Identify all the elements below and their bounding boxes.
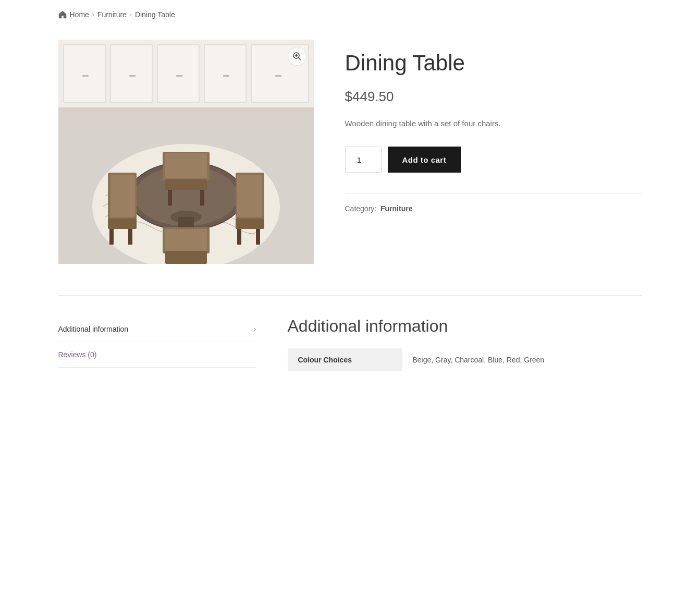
zoom-icon[interactable] (288, 47, 306, 66)
svg-rect-23 (168, 190, 172, 205)
svg-rect-22 (165, 179, 207, 190)
svg-rect-33 (109, 229, 114, 245)
product-section: Dining Table $449.50 Wooden dining table… (58, 40, 642, 264)
svg-rect-27 (236, 219, 264, 229)
additional-info-content: Additional information Colour Choices Be… (288, 317, 642, 371)
tabs-sidebar: Additional information › Reviews (0) (58, 317, 256, 371)
svg-rect-5 (204, 45, 246, 102)
quantity-input[interactable] (345, 147, 382, 173)
tab-additional-info[interactable]: Additional information › (58, 317, 256, 342)
table-row: Colour Choices Beige, Gray, Charcoal, Bl… (288, 348, 642, 371)
svg-rect-2 (64, 45, 105, 102)
additional-info-title: Additional information (288, 317, 642, 336)
category-link[interactable]: Furniture (380, 204, 412, 213)
tab-reviews[interactable]: Reviews (0) (58, 342, 256, 368)
product-divider (345, 193, 642, 194)
svg-rect-28 (237, 229, 241, 245)
breadcrumb-category[interactable]: Furniture (97, 10, 127, 19)
breadcrumb: Home › Furniture › Dining Table (58, 10, 642, 19)
tab-reviews-label: Reviews (0) (58, 350, 97, 359)
svg-rect-37 (165, 251, 207, 264)
svg-rect-12 (58, 107, 314, 112)
category-label: Category: (345, 204, 377, 213)
svg-rect-11 (275, 75, 281, 77)
add-to-cart-row: Add to cart (345, 147, 642, 173)
breadcrumb-current: Dining Table (135, 10, 175, 19)
attr-name-colour: Colour Choices (288, 348, 402, 371)
svg-rect-8 (129, 75, 136, 77)
product-image (58, 40, 314, 264)
svg-rect-4 (157, 45, 199, 102)
product-description: Wooden dining table with a set of four c… (345, 117, 642, 130)
product-category: Category: Furniture (345, 204, 642, 213)
svg-rect-24 (200, 190, 204, 205)
svg-line-39 (298, 58, 301, 60)
svg-rect-32 (108, 219, 137, 229)
product-image-wrapper (58, 40, 314, 264)
tab-additional-info-arrow: › (254, 325, 256, 333)
tab-additional-info-label: Additional information (58, 325, 129, 333)
svg-rect-29 (256, 229, 260, 245)
product-title: Dining Table (345, 50, 642, 76)
breadcrumb-sep-2: › (130, 11, 132, 18)
product-price: $449.50 (345, 89, 642, 105)
home-icon (58, 10, 67, 19)
svg-rect-34 (128, 229, 132, 245)
svg-rect-9 (176, 75, 182, 77)
bottom-section: Additional information › Reviews (0) Add… (58, 295, 642, 371)
svg-rect-3 (110, 45, 152, 102)
attr-value-colour: Beige, Gray, Charcoal, Blue, Red, Green (402, 348, 642, 371)
page-wrapper: Home › Furniture › Dining Table (38, 0, 663, 382)
svg-rect-36 (165, 229, 207, 251)
svg-rect-21 (165, 153, 207, 178)
breadcrumb-sep-1: › (92, 11, 94, 18)
info-table: Colour Choices Beige, Gray, Charcoal, Bl… (288, 348, 642, 371)
breadcrumb-home[interactable]: Home (70, 10, 89, 19)
svg-rect-7 (82, 75, 89, 77)
svg-rect-10 (223, 75, 229, 77)
svg-rect-31 (110, 175, 135, 217)
add-to-cart-button[interactable]: Add to cart (388, 147, 461, 173)
svg-rect-26 (237, 175, 262, 217)
product-info: Dining Table $449.50 Wooden dining table… (345, 40, 642, 264)
